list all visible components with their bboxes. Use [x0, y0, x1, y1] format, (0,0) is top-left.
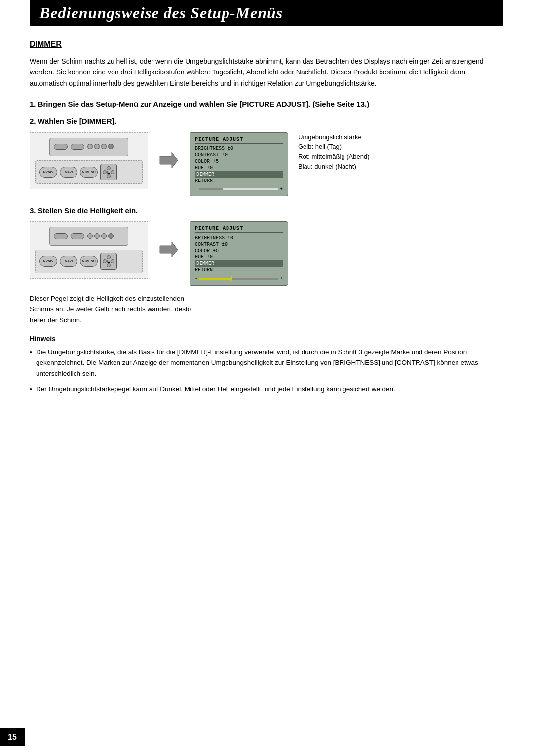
section-heading: DIMMER — [30, 40, 503, 49]
bullet-2: • Der Umgebungslichtstärkepegel kann auf… — [30, 384, 503, 395]
page-title: Bedienungsweise des Setup-Menüs — [39, 4, 494, 22]
bullet-dot-1: • — [30, 347, 32, 379]
device-top-2 — [49, 227, 128, 246]
menu-slider-2: - + — [195, 276, 283, 281]
menu-display-2: PICTURE ADJUST BRIGHTNESS ±0 CONTRAST ±0… — [190, 221, 288, 286]
svg-marker-0 — [160, 152, 178, 168]
menu-slider-1: - + — [195, 187, 283, 192]
bullet-1: • Die Umgebungslichtstärke, die als Basi… — [30, 347, 503, 379]
step-3-illustration: NV/AV NAVI N.MENU E — [30, 221, 503, 286]
step-2-caption: Umgebungslichtstärke Gelb: hell (Tag) Ro… — [298, 132, 370, 172]
hinweis-section: Hinweis • Die Umgebungslichtstärke, die … — [30, 335, 503, 395]
nav-bar-2: NV/AV NAVI N.MENU E — [35, 250, 143, 273]
step-3-label: 3. Stellen Sie die Helligkeit ein. — [30, 206, 503, 215]
page-number: 15 — [0, 728, 25, 746]
title-bar: Bedienungsweise des Setup-Menüs — [30, 0, 503, 26]
e-button[interactable]: E — [100, 164, 117, 180]
step-2-right-panel: PICTURE ADJUST BRIGHTNESS ±0 CONTRAST ±0… — [190, 132, 370, 196]
step-3-caption: Dieser Pegel zeigt die Helligkeit des ei… — [30, 293, 503, 325]
bullet-dot-2: • — [30, 384, 32, 395]
step-2-label: 2. Wählen Sie [DIMMER]. — [30, 117, 503, 125]
menu-display-1: PICTURE ADJUST BRIGHTNESS ±0 CONTRAST ±0… — [190, 132, 288, 196]
step-3-right-panel: PICTURE ADJUST BRIGHTNESS ±0 CONTRAST ±0… — [190, 221, 288, 286]
nav-bar: NV/AV NAVI N.MENU E — [35, 160, 143, 184]
step-1-text: 1. Bringen Sie das Setup-Menü zur Anzeig… — [30, 99, 503, 110]
arrow-icon — [158, 132, 180, 173]
svg-marker-1 — [160, 242, 178, 257]
navi-button-2[interactable]: NAVI — [60, 256, 77, 267]
nmenu-button[interactable]: N.MENU — [80, 167, 98, 178]
hinweis-title: Hinweis — [30, 335, 503, 343]
nmenu-button-2[interactable]: N.MENU — [80, 256, 98, 267]
bullet-text-1: Die Umgebungslichtstärke, die als Basis … — [36, 347, 503, 379]
device-top — [49, 138, 128, 156]
navi-button[interactable]: NAVI — [60, 167, 77, 178]
arrow-icon-2 — [158, 221, 180, 262]
step-2-illustration: NV/AV NAVI N.MENU E — [30, 132, 503, 196]
bullet-text-2: Der Umgebungslichtstärkepegel kann auf D… — [36, 384, 395, 395]
e-button-2[interactable]: E — [100, 253, 117, 270]
nv-av-button-2[interactable]: NV/AV — [39, 256, 57, 267]
nv-av-button[interactable]: NV/AV — [39, 167, 57, 178]
intro-text: Wenn der Schirm nachts zu hell ist, oder… — [30, 56, 503, 89]
